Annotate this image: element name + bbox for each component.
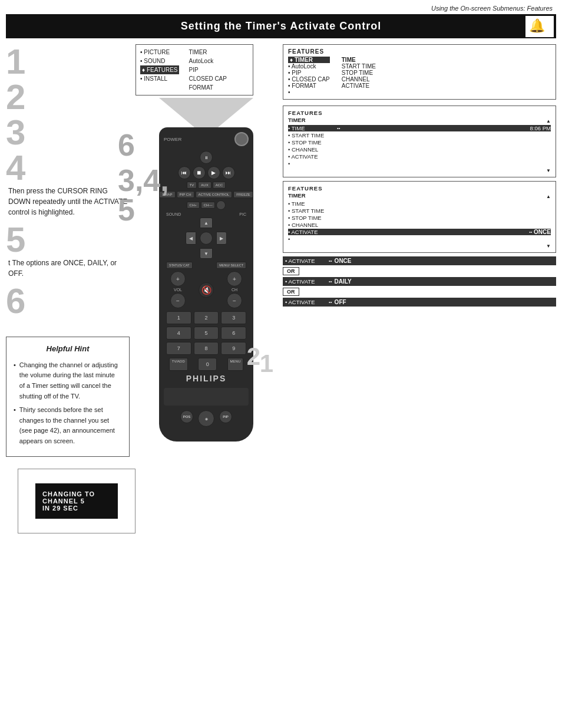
step-3-number: 3	[6, 115, 130, 150]
ts1-channel-row: • CHANNEL	[288, 146, 551, 153]
d-pad-down[interactable]: ▼	[200, 248, 213, 259]
ts1-dot-row: •	[288, 160, 551, 167]
stop-button[interactable]: ⏹	[193, 166, 206, 179]
d-pad-left[interactable]: ◀	[186, 232, 196, 245]
ts1-stoptime-row: • STOP TIME	[288, 139, 551, 146]
ts2-subtitle: TIMER	[288, 192, 306, 199]
menu-select-button[interactable]: MENU/ SELECT	[216, 262, 246, 269]
acc-button[interactable]: ACC	[213, 182, 226, 189]
position-button[interactable]: POS	[180, 410, 193, 423]
feat-activate: ACTIVATE	[342, 83, 376, 89]
num-0[interactable]: 0	[198, 358, 217, 371]
pip-ch-button[interactable]: PIP CH	[177, 191, 194, 198]
ts2-scroll-up: ▲	[546, 194, 551, 199]
tv-line3: IN 29 SEC	[42, 505, 78, 512]
svg-marker-1	[159, 98, 253, 127]
fm-item-features: ♦ FEATURES	[140, 65, 179, 74]
step-1-number: 1	[6, 44, 130, 80]
power-button[interactable]	[234, 132, 249, 146]
d-pad[interactable]: ▲ ▼ ◀ ▶	[186, 218, 227, 259]
hint-bullet-1: Changing the channel or adjusting the vo…	[14, 360, 122, 401]
ch-down-button[interactable]: −	[227, 293, 242, 308]
fm-item-sound: • SOUND	[140, 57, 179, 65]
timer-screen-2: FEATURES TIMER ▲ • TIME • START TIME • S…	[283, 181, 556, 253]
aux-button[interactable]: AUX	[198, 182, 211, 189]
svg-text:🔔: 🔔	[529, 18, 546, 34]
page-header: Using the On-screen Submenus: Features	[0, 0, 562, 14]
step-2-number: 2	[6, 80, 130, 115]
play-button[interactable]: ▶	[207, 166, 220, 179]
activate-once-row: • ACTIVATE •• ONCE	[283, 256, 556, 265]
ok-button[interactable]	[216, 200, 226, 210]
num-6[interactable]: 6	[221, 327, 246, 340]
ch-plus-button[interactable]: CH+	[187, 202, 200, 209]
features-left-col: ♦ TIMER • AutoLock • PIP • CLOSED CAP • …	[288, 57, 330, 95]
menu-button[interactable]: MENU	[227, 358, 244, 371]
fm-right-autolock: AutoLock	[189, 57, 226, 65]
num-8[interactable]: 8	[194, 342, 219, 355]
ts1-title: FEATURES	[288, 110, 551, 116]
feat-timer: ♦ TIMER	[288, 57, 330, 63]
d-pad-center[interactable]	[200, 232, 213, 245]
step-2-remote-label: 2	[247, 342, 260, 371]
step-6-label: 6	[118, 127, 135, 163]
vol-minus-button[interactable]: −	[170, 293, 186, 308]
pip-button[interactable]: ⊕	[198, 410, 214, 427]
tv-button[interactable]: TV	[187, 182, 197, 189]
num-9[interactable]: 9	[221, 342, 246, 355]
vol-plus-button[interactable]: +	[170, 271, 186, 286]
pic-label: PIC	[239, 212, 246, 216]
active-control-button[interactable]: ACTIVE CONTROL	[196, 191, 233, 198]
tv-add-button[interactable]: TV/ADD	[169, 358, 188, 371]
fm-right-format: FORMAT	[189, 83, 226, 92]
ch-up-button[interactable]: +	[227, 271, 242, 286]
timer-screen-1: FEATURES TIMER ▲ • TIME •• 8:06 PM • STA…	[283, 106, 556, 177]
tv-line2: CHANNEL 5	[42, 498, 85, 505]
ts2-time-row: • TIME	[288, 200, 551, 207]
ts2-activate-row: • ACTIVATE •• ONCE	[288, 229, 551, 235]
d-pad-right[interactable]: ▶	[216, 232, 227, 245]
hint-box: Helpful Hint Changing the channel or adj…	[6, 337, 130, 457]
input-area	[164, 388, 249, 406]
feat-starttime: START TIME	[342, 63, 376, 70]
num-5[interactable]: 5	[194, 327, 219, 340]
power-label: POWER	[164, 137, 181, 142]
num-3[interactable]: 3	[221, 311, 246, 324]
remote-wrapper: 3,4, 5 6 2 1 POWER ⏸ ⏮	[135, 127, 277, 442]
or-box-1: OR	[283, 267, 299, 275]
feat-format: • FORMAT	[288, 83, 330, 89]
ff-button[interactable]: ⏭	[222, 166, 235, 179]
activate-off-row: • ACTIVATE •• OFF	[283, 298, 556, 307]
hint-title: Helpful Hint	[14, 343, 122, 355]
feat-autolock: • AutoLock	[288, 63, 330, 70]
hint-bullet-2: Thirty seconds before the set changes to…	[14, 405, 122, 446]
status-cat-button[interactable]: STATUS/ CAT	[166, 262, 193, 269]
d-pad-up[interactable]: ▲	[200, 218, 213, 228]
middle-column: • PICTURE • SOUND ♦ FEATURES • INSTALL T…	[135, 44, 277, 533]
ch-minus-button[interactable]: CH—	[201, 202, 216, 209]
title-bar: Setting the Timer's Activate Control 🔔	[6, 14, 556, 38]
remote-body: POWER ⏸ ⏮ ⏹ ▶ ⏭ TV AUX AC	[159, 127, 253, 442]
num-2[interactable]: 2	[194, 311, 219, 324]
freeze-button[interactable]: FREEZE	[233, 191, 253, 198]
pause-button[interactable]: ⏸	[200, 151, 213, 164]
num-1[interactable]: 1	[166, 311, 191, 324]
num-7[interactable]: 7	[166, 342, 191, 355]
fm-item-install: • INSTALL	[140, 74, 179, 83]
pip-off-button[interactable]: PIP	[219, 410, 232, 423]
ts1-starttime-row: • START TIME	[288, 132, 551, 139]
step-1-remote-label: 1	[260, 350, 273, 378]
funnel-shape	[135, 98, 277, 127]
ts1-time-row: • TIME •• 8:06 PM	[288, 125, 551, 131]
ts2-starttime-row: • START TIME	[288, 207, 551, 214]
num-4[interactable]: 4	[166, 327, 191, 340]
first-menu-left: • PICTURE • SOUND ♦ FEATURES • INSTALL	[140, 48, 179, 92]
ts2-title: FEATURES	[288, 185, 551, 192]
or-divider-2: OR	[283, 288, 556, 296]
mute-button[interactable]: 🔇	[199, 282, 214, 298]
fm-right-timer: TIMER	[189, 48, 226, 57]
or-divider-1: OR	[283, 267, 556, 275]
step-6-number: 6	[6, 284, 130, 319]
rew-button[interactable]: ⏮	[178, 166, 191, 179]
fm-right-pip: PIP	[189, 65, 226, 74]
